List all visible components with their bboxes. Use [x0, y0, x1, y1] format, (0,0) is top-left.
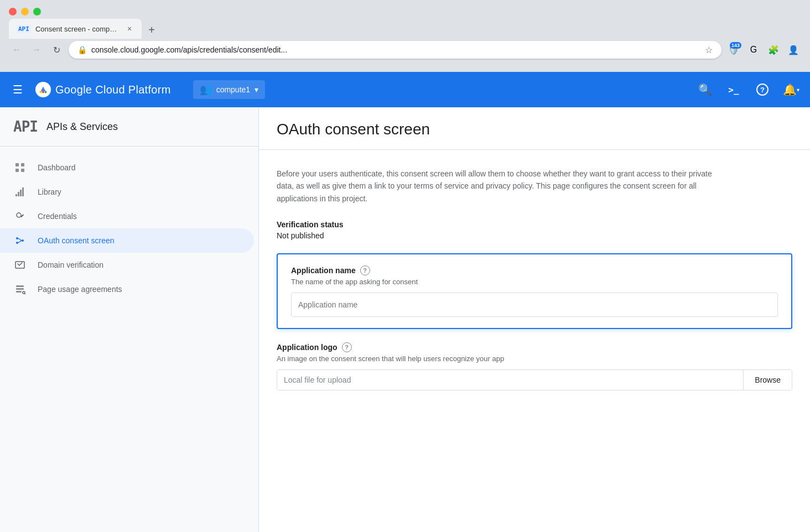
page-title: OAuth consent screen — [277, 121, 792, 138]
notification-icon: 🔔 — [783, 83, 797, 96]
address-text: console.cloud.google.com/apis/credential… — [91, 45, 700, 54]
svg-point-14 — [16, 242, 18, 244]
sidebar-item-domain-verification[interactable]: Domain verification — [0, 253, 254, 277]
dropdown-icon: ▾ — [255, 85, 258, 94]
svg-point-11 — [17, 213, 21, 217]
svg-rect-20 — [16, 288, 24, 290]
project-name: compute1 — [216, 85, 250, 94]
dashboard-icon — [13, 162, 27, 173]
notification-button[interactable]: 🔔 ▾ — [781, 80, 801, 100]
tab-favicon: API — [17, 25, 31, 33]
svg-rect-4 — [21, 163, 24, 166]
svg-point-2 — [45, 91, 47, 93]
gcp-header: ☰ Google Cloud Platform 👥 compute1 ▾ 🔍 >… — [0, 72, 810, 107]
hamburger-menu-button[interactable]: ☰ — [9, 81, 27, 98]
extension-puzzle[interactable]: 🧩 — [766, 42, 781, 58]
sidebar-item-dashboard[interactable]: Dashboard — [0, 155, 254, 180]
refresh-button[interactable]: ↻ — [49, 42, 64, 58]
sidebar-item-label: OAuth consent screen — [38, 236, 115, 245]
project-icon: 👥 — [200, 84, 212, 96]
content-area: OAuth consent screen Before your users a… — [259, 107, 810, 532]
search-icon: 🔍 — [698, 83, 712, 96]
browser-chrome: API Consent screen - compute1 - C × + ← … — [0, 0, 810, 72]
svg-point-13 — [16, 237, 18, 239]
credentials-icon — [13, 211, 27, 222]
browse-button[interactable]: Browse — [743, 370, 792, 390]
file-placeholder-text: Local file for upload — [277, 370, 743, 390]
address-bar[interactable]: 🔒 console.cloud.google.com/apis/credenti… — [69, 41, 721, 59]
svg-rect-21 — [16, 291, 22, 293]
svg-line-17 — [18, 241, 22, 243]
svg-rect-6 — [21, 169, 24, 172]
app-name-help-icon[interactable]: ? — [360, 265, 370, 275]
bookmark-icon[interactable]: ☆ — [705, 45, 713, 55]
extension-badge[interactable]: 🛡️ 143 — [726, 42, 741, 58]
application-logo-section: Application logo ? An image on the conse… — [277, 342, 792, 390]
maximize-button[interactable] — [33, 8, 41, 15]
sidebar-item-label: Credentials — [38, 212, 77, 221]
sidebar-header: API APIs & Services — [0, 107, 258, 147]
hamburger-icon: ☰ — [13, 83, 23, 96]
back-button[interactable]: ← — [9, 42, 24, 58]
svg-point-1 — [40, 91, 42, 93]
sidebar-item-oauth-consent[interactable]: OAuth consent screen — [0, 228, 254, 253]
library-icon — [13, 186, 27, 197]
app-logo-help-icon[interactable]: ? — [342, 342, 352, 352]
traffic-lights — [0, 0, 810, 15]
application-name-section: Application name ? The name of the app a… — [277, 253, 792, 329]
verification-label: Verification status — [277, 220, 792, 229]
sidebar-item-page-usage[interactable]: Page usage agreements — [0, 277, 254, 301]
project-selector[interactable]: 👥 compute1 ▾ — [193, 80, 265, 99]
svg-point-0 — [42, 91, 44, 93]
sidebar-item-label: Page usage agreements — [38, 285, 122, 294]
cloud-shell-button[interactable]: >_ — [724, 80, 744, 100]
terminal-icon: >_ — [728, 85, 739, 95]
svg-rect-19 — [16, 285, 24, 287]
app-name-label-text: Application name — [291, 266, 356, 275]
svg-rect-10 — [22, 187, 24, 196]
sidebar-nav: Dashboard Library — [0, 147, 258, 310]
sidebar-item-label: Dashboard — [38, 163, 76, 172]
browser-tab[interactable]: API Consent screen - compute1 - C × — [9, 19, 142, 39]
help-button[interactable]: ? — [752, 80, 772, 100]
tab-title: Consent screen - compute1 - C — [35, 25, 121, 33]
minimize-button[interactable] — [21, 8, 29, 15]
oauth-icon — [13, 235, 27, 246]
app-logo-sublabel: An image on the consent screen that will… — [277, 354, 792, 363]
file-input-row: Local file for upload Browse — [277, 369, 792, 390]
close-button[interactable] — [9, 8, 17, 15]
address-bar-row: ← → ↻ 🔒 console.cloud.google.com/apis/cr… — [0, 39, 810, 63]
gcp-title: Google Cloud Platform — [55, 84, 171, 96]
svg-rect-9 — [20, 190, 22, 196]
forward-button[interactable]: → — [29, 42, 44, 58]
search-button[interactable]: 🔍 — [695, 80, 715, 100]
domain-icon — [13, 259, 27, 270]
svg-point-15 — [22, 239, 24, 242]
sidebar-item-library[interactable]: Library — [0, 180, 254, 204]
svg-point-22 — [23, 291, 25, 294]
app-name-sublabel: The name of the app asking for consent — [291, 278, 778, 286]
help-icon: ? — [756, 84, 769, 96]
app-name-label: Application name ? — [291, 265, 778, 275]
svg-line-16 — [18, 238, 22, 241]
new-tab-button[interactable]: + — [143, 21, 160, 39]
tab-close-button[interactable]: × — [125, 24, 134, 33]
sidebar-title: APIs & Services — [46, 121, 118, 133]
description-text: Before your users authenticate, this con… — [277, 168, 730, 205]
app-logo-label: Application logo ? — [277, 342, 792, 352]
user-extension[interactable]: 👤 — [786, 42, 801, 58]
extensions-area: 🛡️ 143 G 🧩 👤 — [726, 42, 801, 58]
content-header: OAuth consent screen — [259, 107, 810, 150]
notification-dropdown-icon: ▾ — [797, 87, 799, 93]
tab-bar: API Consent screen - compute1 - C × + — [0, 15, 810, 39]
sidebar-item-label: Library — [38, 187, 61, 196]
page-usage-icon — [13, 284, 27, 295]
sidebar: API APIs & Services Dashboard — [0, 107, 259, 532]
svg-rect-5 — [15, 169, 19, 172]
sidebar-item-credentials[interactable]: Credentials — [0, 204, 254, 228]
sidebar-item-label: Domain verification — [38, 260, 103, 269]
verification-value: Not published — [277, 231, 792, 240]
gcp-logo[interactable]: Google Cloud Platform — [35, 82, 171, 97]
application-name-input[interactable] — [291, 293, 778, 317]
translate-extension[interactable]: G — [746, 42, 761, 58]
